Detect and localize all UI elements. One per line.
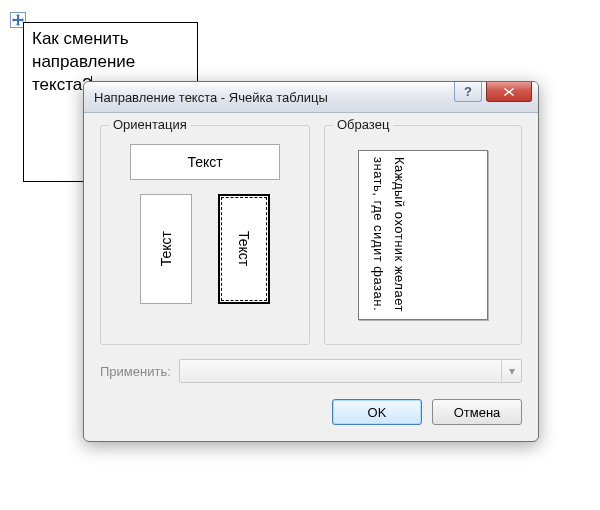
text-direction-dialog: Направление текста - Ячейка таблицы ? Ор… — [83, 81, 539, 442]
option-label: Текст — [187, 154, 222, 170]
close-button[interactable] — [486, 82, 532, 102]
dialog-buttons: OK Отмена — [100, 399, 522, 425]
option-label: Текст — [236, 231, 252, 266]
sample-group: Образец Каждый охотник желает знать, где… — [324, 125, 522, 345]
ok-button[interactable]: OK — [332, 399, 422, 425]
option-label: Текст — [158, 231, 174, 266]
cancel-button[interactable]: Отмена — [432, 399, 522, 425]
orientation-group: Ориентация Текст Текст Текст — [100, 125, 310, 345]
help-button[interactable]: ? — [454, 82, 482, 102]
sample-label: Образец — [333, 117, 393, 132]
dialog-title: Направление текста - Ячейка таблицы — [94, 90, 328, 105]
close-icon — [503, 87, 515, 97]
button-label: Отмена — [454, 405, 501, 420]
help-icon: ? — [464, 84, 472, 99]
sample-preview: Каждый охотник желает знать, где сидит ф… — [358, 150, 488, 320]
direction-option-vertical-down[interactable]: Текст — [218, 194, 270, 304]
dialog-body: Ориентация Текст Текст Текст — [84, 113, 538, 441]
dialog-titlebar[interactable]: Направление текста - Ячейка таблицы ? — [84, 82, 538, 113]
direction-option-vertical-up[interactable]: Текст — [140, 194, 192, 304]
apply-combobox[interactable]: ▾ — [179, 359, 522, 383]
orientation-label: Ориентация — [109, 117, 191, 132]
apply-row: Применить: ▾ — [100, 359, 522, 383]
button-label: OK — [368, 405, 387, 420]
apply-label: Применить: — [100, 364, 171, 379]
sample-text: Каждый охотник желает знать, где сидит ф… — [367, 157, 409, 313]
chevron-down-icon: ▾ — [501, 360, 521, 382]
direction-option-horizontal[interactable]: Текст — [130, 144, 280, 180]
titlebar-buttons: ? — [454, 82, 532, 102]
